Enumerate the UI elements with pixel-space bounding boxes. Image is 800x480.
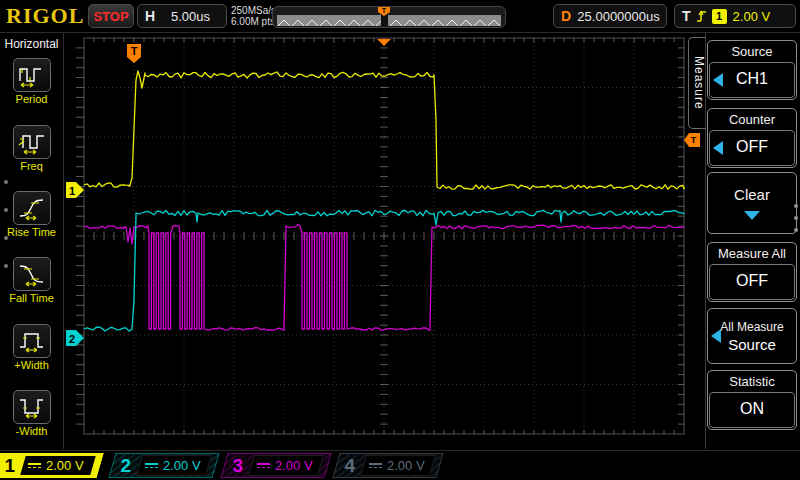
measure-menu: Measure T Source CH1 Counter OFF Clear M…	[688, 32, 800, 449]
ch2-ground-marker[interactable]: 2	[66, 330, 84, 346]
down-arrow-icon	[744, 211, 760, 220]
horizontal-position-marker[interactable]	[377, 39, 391, 46]
menu-item-value-box: ON	[709, 392, 795, 428]
top-bar: RIGOL STOP H 5.00us 250MSa/s 6.00M pts T…	[0, 0, 800, 33]
menu-item-value: OFF	[736, 272, 768, 289]
menu-item-value: CH1	[736, 70, 768, 87]
sample-rate: 250MSa/s	[231, 5, 276, 16]
channel-scale: 2.00 V	[387, 458, 425, 473]
sidebar-item-fall-time[interactable]: Fall Time	[0, 257, 63, 304]
sidebar-title: Horizontal	[0, 37, 63, 51]
ch1-ground-marker[interactable]: 1	[66, 182, 84, 198]
sidebar-item-period[interactable]: Period	[0, 58, 63, 105]
menu-page-dot	[794, 204, 798, 208]
horizontal-timebase-box: H 5.00us	[137, 4, 227, 28]
svg-text:2: 2	[69, 333, 75, 345]
svg-text:1: 1	[69, 185, 75, 197]
delay-box: D 25.0000000us	[553, 4, 667, 28]
menu-item-value: ON	[740, 400, 764, 417]
rigol-logo: RIGOL	[6, 3, 84, 29]
left-arrow-icon	[711, 329, 721, 343]
dc-coupling-icon	[369, 463, 382, 468]
channel-scale-box: 2.00 V	[248, 455, 324, 476]
sidebar-scroll-dot	[4, 236, 8, 240]
channel-3-indicator[interactable]: 3 2.00 V	[220, 453, 331, 478]
menu-item-counter[interactable]: Counter OFF	[707, 108, 797, 168]
channel-number: 3	[225, 455, 251, 477]
menu-item-clear[interactable]: Clear	[707, 172, 797, 234]
h-label: H	[145, 8, 155, 24]
acquisition-info: 250MSa/s 6.00M pts	[231, 5, 276, 27]
sidebar-scroll-dot	[4, 208, 8, 212]
menu-item-statistic[interactable]: Statistic ON	[707, 370, 797, 430]
channel-2-indicator[interactable]: 2 2.00 V	[108, 453, 219, 478]
menu-item-value-box: CH1	[709, 62, 795, 98]
memory-waveform	[277, 15, 501, 26]
sidebar-item-rise-time[interactable]: Rise Time	[0, 191, 63, 238]
menu-item-value-box: OFF	[709, 264, 795, 300]
memory-depth: 6.00M pts	[231, 16, 276, 27]
channel-scale: 2.00 V	[275, 458, 313, 473]
delay-value: 25.0000000us	[571, 9, 666, 24]
trigger-info-box: T 1 2.00 V	[674, 4, 796, 28]
menu-item-all-measure-source[interactable]: All Measure Source	[707, 308, 797, 364]
oscilloscope-screen: RIGOL STOP H 5.00us 250MSa/s 6.00M pts T…	[0, 0, 800, 480]
channel-scale: 2.00 V	[163, 458, 201, 473]
menu-tab-measure[interactable]: Measure	[688, 37, 706, 129]
dc-coupling-icon	[145, 463, 158, 468]
menu-page-dot	[794, 216, 798, 220]
channel-number: 4	[337, 455, 363, 477]
delay-label: D	[561, 8, 571, 24]
menu-item-source[interactable]: Source CH1	[707, 40, 797, 100]
trigger-position-flag[interactable]: T	[127, 44, 141, 63]
channel-scale-box: 2.00 V	[20, 456, 95, 475]
plus-width-icon	[13, 324, 51, 358]
minus-width-icon	[13, 390, 51, 424]
waveform-display: T12	[64, 32, 686, 449]
left-arrow-icon	[713, 73, 723, 87]
channel-4-indicator[interactable]: 4 2.00 V	[332, 453, 443, 478]
fall-time-icon	[13, 257, 51, 291]
channel-status-bar: 1 2.00 V 2 2.00 V 3 2.00 V 4 2.00 V	[0, 450, 800, 480]
freq-icon	[13, 125, 51, 159]
menu-item-label: Counter	[709, 110, 795, 130]
menu-item-label: Source	[709, 42, 795, 62]
run-state-button[interactable]: STOP	[88, 4, 134, 28]
trigger-level-value: 2.00 V	[733, 9, 771, 24]
channel-scale: 2.00 V	[46, 458, 84, 473]
sidebar-scroll-dot	[4, 180, 8, 184]
left-arrow-icon	[713, 141, 723, 155]
svg-text:T: T	[131, 45, 138, 57]
trigger-label: T	[682, 8, 691, 24]
rising-edge-icon	[695, 8, 708, 24]
sidebar-item-freq[interactable]: Freq	[0, 125, 63, 172]
period-icon	[13, 58, 51, 92]
dc-coupling-icon	[28, 463, 41, 468]
menu-item-label: Measure All	[709, 244, 795, 264]
memory-window-marker	[381, 15, 388, 26]
channel-number: 1	[0, 455, 23, 477]
channel-scale-box: 2.00 V	[360, 455, 436, 476]
sidebar-item-pos-width[interactable]: +Width	[0, 324, 63, 371]
trigger-level-marker[interactable]: T	[684, 133, 700, 147]
menu-item-value: Source	[709, 336, 795, 353]
menu-item-value: OFF	[736, 138, 768, 155]
sidebar-scroll-dot	[4, 264, 8, 268]
memory-position-bar[interactable]: T	[272, 6, 506, 28]
timebase-value: 5.00us	[155, 9, 226, 24]
horizontal-measure-sidebar: Horizontal Period Freq Rise Time	[0, 32, 64, 449]
menu-item-value-box: OFF	[709, 130, 795, 166]
trigger-source-badge: 1	[712, 9, 727, 24]
menu-item-label: All Measure	[709, 320, 795, 334]
sidebar-item-neg-width[interactable]: -Width	[0, 390, 63, 437]
dc-coupling-icon	[257, 463, 270, 468]
channel-number: 2	[113, 455, 139, 477]
rise-time-icon	[13, 191, 51, 225]
memory-waveform-icon	[277, 18, 501, 26]
menu-item-label: Clear	[709, 186, 795, 203]
channel-1-indicator[interactable]: 1 2.00 V	[0, 453, 104, 478]
menu-item-measure-all[interactable]: Measure All OFF	[707, 242, 797, 302]
menu-page-dot	[794, 228, 798, 232]
menu-item-label: Statistic	[709, 372, 795, 392]
channel-scale-box: 2.00 V	[136, 455, 212, 476]
